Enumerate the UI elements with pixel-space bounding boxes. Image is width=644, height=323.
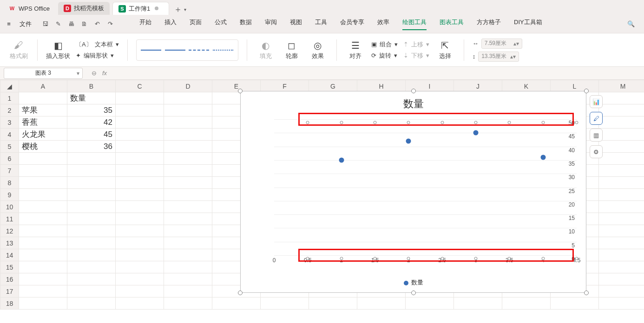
shape-width-input[interactable]: 7.59厘米▴▾ [481,39,522,49]
preview-icon[interactable]: 🗎 [80,20,88,27]
print-icon[interactable]: 🖶 [67,20,75,27]
cell[interactable]: 35 [67,104,116,116]
effect-button[interactable]: ◎效果 [308,40,328,60]
line-style-gallery[interactable] [136,39,238,61]
row-header[interactable]: 11 [0,213,19,225]
resize-handle[interactable] [584,89,589,93]
menu-page[interactable]: 页面 [190,18,202,30]
resize-handle[interactable] [238,291,243,295]
search-icon[interactable]: 🔍 [623,20,639,27]
app-tab-wps[interactable]: W WPS Office [3,2,55,15]
save-icon[interactable]: 🖫 [41,20,49,27]
fx-icon[interactable]: fx [102,70,107,77]
resize-handle[interactable] [411,291,416,295]
cell[interactable]: 45 [67,129,116,141]
col-header[interactable]: G [309,80,357,92]
resize-handle[interactable] [584,291,589,295]
chart-settings-button[interactable]: ⚙ [590,145,603,158]
chevron-down-icon: ▾ [426,41,429,48]
cancel-edit-icon[interactable]: ⊖ [90,70,98,77]
row-header[interactable]: 14 [0,249,19,261]
resize-handle[interactable] [238,89,243,93]
row-header[interactable]: 2 [0,104,19,116]
group-button[interactable]: ▣组合▾ [371,40,398,49]
cell[interactable]: 火龙果 [19,129,67,141]
menu-draw-tools[interactable]: 绘图工具 [402,18,427,30]
col-header[interactable]: L [551,80,599,92]
export-icon[interactable]: ✎ [54,20,62,27]
row-header[interactable]: 8 [0,177,19,189]
chart-plot-area[interactable]: 0510152025303540455000.511.522.533.544.5 [259,119,577,255]
col-header[interactable]: J [454,80,502,92]
shape-height-input[interactable]: 13.35厘米▴▾ [478,52,519,62]
col-header[interactable]: A [19,80,67,92]
row-header[interactable]: 16 [0,273,19,285]
textbox-button[interactable]: 〔A〕文本框▾ [76,40,119,49]
cell[interactable]: 苹果 [19,104,67,116]
select-all-corner[interactable]: ◢ [0,80,19,92]
row-header[interactable]: 9 [0,189,19,201]
menu-view[interactable]: 视图 [290,18,302,30]
menu-start[interactable]: 开始 [139,18,151,30]
col-header[interactable]: E [212,80,261,92]
row-header[interactable]: 3 [0,116,19,129]
embedded-chart[interactable]: 数量 0510152025303540455000.511.522.533.54… [240,91,586,293]
col-header[interactable]: M [599,80,644,92]
menu-chart-tools[interactable]: 图表工具 [440,18,464,30]
col-header[interactable]: K [502,80,551,92]
menu-diy[interactable]: DIY工具箱 [514,18,542,30]
redo-icon[interactable]: ↷ [106,20,114,27]
insert-shape-button[interactable]: ◧ 插入形状 [46,40,70,60]
chart-elements-button[interactable]: 📊 [590,95,603,108]
tab-dropdown-button[interactable]: ▾ [184,7,186,12]
select-button[interactable]: ⇱选择 [435,40,455,60]
cell[interactable]: 36 [67,141,116,153]
cell[interactable]: 42 [67,116,116,129]
chart-filter-button[interactable]: ▥ [590,129,603,142]
resize-handle[interactable] [411,89,416,93]
menu-tools[interactable]: 工具 [315,18,327,30]
row-header[interactable]: 12 [0,225,19,237]
chart-legend[interactable]: 数量 [241,278,586,287]
chart-style-button[interactable]: 🖊 [590,112,603,125]
menu-review[interactable]: 审阅 [265,18,277,30]
row-header[interactable]: 4 [0,129,19,141]
row-header[interactable]: 15 [0,261,19,273]
col-header[interactable]: H [357,80,406,92]
file-menu[interactable]: 文件 [17,20,34,28]
edit-shape-button[interactable]: ✦编辑形状▾ [76,52,119,60]
menu-data[interactable]: 数据 [240,18,252,30]
undo-icon[interactable]: ↶ [93,20,101,27]
row-header[interactable]: 13 [0,237,19,249]
rotate-button[interactable]: ⟳旋转▾ [371,52,398,60]
menu-efficiency[interactable]: 效率 [377,18,389,30]
new-tab-button[interactable]: ＋ [174,4,182,15]
menu-formula[interactable]: 公式 [215,18,227,30]
app-tab-docer[interactable]: D 找稻壳模板 [58,2,110,15]
cell[interactable]: 樱桃 [19,141,67,153]
menu-vip[interactable]: 会员专享 [340,18,364,30]
row-header[interactable]: 17 [0,285,19,297]
outline-button[interactable]: ◻轮廓 [282,40,302,60]
row-header[interactable]: 18 [0,297,19,310]
col-header[interactable]: C [116,80,164,92]
group-icon: ▣ [371,41,377,48]
col-header[interactable]: F [261,80,309,92]
col-header[interactable]: B [67,80,116,92]
row-header[interactable]: 6 [0,153,19,165]
row-header[interactable]: 1 [0,92,19,104]
name-box[interactable]: 图表 3 ▾ [4,68,83,79]
chart-title[interactable]: 数量 [241,91,586,111]
menu-insert[interactable]: 插入 [164,18,177,30]
hamburger-icon[interactable]: ≡ [5,20,13,27]
cell[interactable]: 香蕉 [19,116,67,129]
align-button[interactable]: ☰对齐 [345,40,366,60]
cell[interactable]: 数量 [67,92,116,104]
formula-input[interactable] [112,68,644,78]
app-tab-workbook[interactable]: S 工作簿1 [112,2,169,15]
row-header[interactable]: 5 [0,141,19,153]
col-header[interactable]: D [164,80,212,92]
menu-ffgz[interactable]: 方方格子 [477,18,501,30]
row-header[interactable]: 7 [0,165,19,177]
row-header[interactable]: 10 [0,201,19,213]
